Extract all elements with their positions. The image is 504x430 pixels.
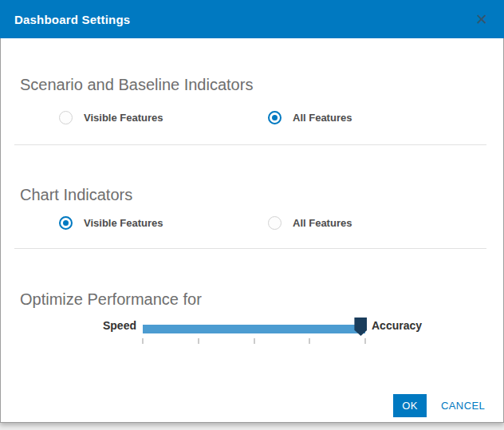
section-heading-optimize-performance: Optimize Performance for [20,290,202,309]
slider-handle[interactable] [354,318,367,336]
slider-tick [254,338,254,344]
dashboard-settings-dialog: Dashboard Settings ✕ Scenario and Baseli… [0,0,504,423]
radio-option-label: Visible Features [84,112,163,124]
dialog-title: Dashboard Settings [14,13,130,26]
slider-tick [143,338,144,344]
slider-tick [309,338,310,344]
radio-option-all-features[interactable]: All Features [268,111,352,124]
performance-slider[interactable] [143,325,365,333]
radio-option-label: Visible Features [84,217,163,229]
radio-option-visible-features[interactable]: Visible Features [59,216,268,230]
cancel-button[interactable]: CANCEL [436,394,490,417]
dialog-titlebar: Dashboard Settings ✕ [0,0,504,38]
slider-tick [198,338,199,344]
slider-ticks [143,338,365,345]
radio-button-icon[interactable] [268,111,282,124]
radio-group-chart-indicators: Visible Features All Features [59,216,352,230]
slider-max-label: Accuracy [372,319,422,332]
section-divider [14,248,486,249]
radio-option-label: All Features [293,217,352,229]
radio-group-scenario-baseline: Visible Features All Features [59,111,352,124]
ok-button[interactable]: OK [393,394,427,417]
close-icon[interactable]: ✕ [471,0,493,38]
slider-min-label: Speed [49,319,136,332]
section-heading-chart-indicators: Chart Indicators [20,186,132,204]
radio-button-icon[interactable] [59,111,73,124]
section-divider [14,144,486,145]
radio-option-all-features[interactable]: All Features [268,216,352,230]
radio-button-icon[interactable] [59,216,73,230]
radio-button-icon[interactable] [268,216,282,230]
slider-tick [365,338,366,344]
radio-option-label: All Features [293,112,352,124]
section-heading-scenario-baseline: Scenario and Baseline Indicators [20,76,253,94]
radio-option-visible-features[interactable]: Visible Features [59,111,268,124]
